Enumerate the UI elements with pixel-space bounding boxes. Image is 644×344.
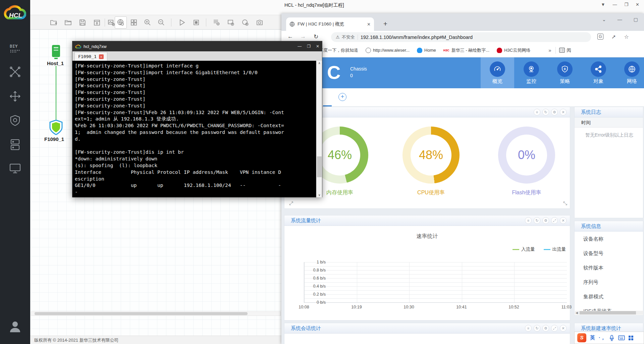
forward-icon[interactable]: → [300,33,306,40]
panel-resize-handle[interactable]: ⤢ [289,200,293,206]
share-icon[interactable]: ➚ [611,34,616,40]
add-widget-icon[interactable]: + [338,93,346,101]
hcl-rollup-icon[interactable]: ▼ [601,2,605,7]
ime-toolbox-icon[interactable] [629,336,633,340]
console-titlebar[interactable]: hcl_ndq7xw — ❐ ✕ [72,41,322,51]
reload-icon[interactable]: ↻ [314,33,318,40]
console-tab-f1090[interactable]: F1090_1 ✕ [74,52,107,61]
device-label-host: Host_1 [47,60,64,66]
save-icon[interactable] [78,18,87,27]
link-host-firewall[interactable] [56,66,56,122]
bookmark-baidu[interactable]: 百度一下，你就知道 [319,47,358,53]
diy-device-icon[interactable]: DIY [0,43,30,54]
legend-out-traffic[interactable]: 出流量 [544,246,566,252]
scroll-down-arrow-icon[interactable]: ∨ [316,193,322,197]
ime-punctuation-toggle[interactable]: ·， [599,335,605,341]
sysinfo-scroll-thumb[interactable] [580,311,636,314]
console-close-button[interactable]: ✕ [316,44,319,49]
zoom-out-icon[interactable] [157,18,165,27]
grid-view-icon[interactable] [130,18,138,27]
device-firewall[interactable] [49,119,63,137]
sogou-logo-icon[interactable]: S [577,333,586,342]
nav-monitor[interactable]: 监控 [515,57,548,88]
add-connection-icon[interactable] [241,18,249,27]
back-icon[interactable]: ← [287,33,293,40]
bookmark-star-icon[interactable]: ☆ [624,34,629,40]
nav-objects[interactable]: 对象 [582,57,615,88]
browser-minimize-button[interactable]: — [618,17,622,22]
widget-settings-icon[interactable]: ⚙ [542,217,549,224]
user-icon[interactable] [0,321,30,334]
widget-refresh-icon[interactable]: ↻ [542,109,549,115]
widget-close-icon[interactable]: ✕ [560,325,567,332]
console-minimize-button[interactable]: — [298,44,302,49]
panel-resize-handle[interactable]: ⤡ [563,200,567,206]
widget-settings-icon[interactable]: ⚙ [551,109,558,115]
console-scroll-thumb[interactable] [317,156,322,177]
translate-icon[interactable]: G [597,34,603,40]
bookmarks-overflow-chevrons[interactable]: » [548,47,551,53]
tab-close-icon[interactable]: ✕ [367,22,371,27]
console-restore-button[interactable]: ❐ [307,44,311,49]
import-image-icon[interactable] [107,18,115,27]
device-list-icon[interactable] [212,18,220,27]
widget-list-icon[interactable]: ≡ [525,325,532,332]
console-output[interactable]: [FW-security-zone-Trust]import interface… [72,61,316,197]
browser-menu-chevron-icon[interactable]: ⌄ [602,17,606,22]
bookmark-h3c[interactable]: H3C新华三 - 融绘数字... [443,47,489,53]
start-devices-icon[interactable] [178,18,186,27]
stop-devices-icon[interactable] [192,18,200,27]
router-category-icon[interactable] [0,66,30,79]
open-project-icon[interactable] [64,18,72,27]
new-project-icon[interactable] [50,18,58,27]
hcl-statusbar: 版权所有 © 2014-2021 新华三技术有限公司 [30,336,281,344]
new-tab-button[interactable]: + [381,19,390,29]
security-category-icon[interactable] [0,115,30,128]
hscroll-thumb[interactable] [35,312,248,315]
browser-tab[interactable]: FW | H3C F1060 | 概览 ✕ [286,17,374,31]
canvas-hscrollbar[interactable] [31,311,281,316]
widget-expand-icon[interactable]: ⤢ [551,325,558,332]
sysinfo-hscrollbar[interactable]: ◀ [575,311,643,315]
keyboard-icon[interactable] [618,335,625,340]
bookmark-aleser[interactable]: http://www.aleser... [366,48,410,53]
chassis-selector[interactable]: Chassis 0 [350,65,367,79]
terminal-category-icon[interactable] [0,163,30,175]
ime-language-toggle[interactable]: 英 [590,335,595,341]
reading-list-icon[interactable]: 阅 [559,47,571,53]
widget-close-icon[interactable]: ✕ [560,217,567,224]
url-text[interactable]: 192.168.1.100/wnm/frame/index.php#M_Dash… [361,35,473,40]
hcl-close-button[interactable]: ✕ [636,2,639,7]
security-label[interactable]: 不安全 [342,34,355,40]
widget-refresh-icon[interactable]: ↻ [534,217,540,224]
snapshot-icon[interactable] [256,18,264,27]
hcl-minimize-button[interactable]: — [612,2,617,7]
scroll-left-arrow-icon[interactable]: ◀ [576,311,578,315]
legend-in-traffic[interactable]: 入流量 [513,246,535,252]
nav-overview[interactable]: 概览 [481,57,514,88]
zoom-in-icon[interactable] [144,18,152,27]
add-device-icon[interactable] [227,18,235,27]
console-scrollbar[interactable]: ∧ ∨ [316,61,322,197]
console-tab-close-icon[interactable]: ✕ [99,54,104,59]
server-category-icon[interactable] [0,139,30,152]
scroll-up-arrow-icon[interactable]: ∧ [316,61,322,65]
widget-settings-icon[interactable]: ⚙ [542,325,549,332]
device-host[interactable] [50,44,62,61]
bookmark-cloudnet[interactable]: H3C云简网络 [497,47,530,53]
widget-refresh-icon[interactable]: ↻ [534,325,540,332]
bookmark-home[interactable]: Home [417,48,436,53]
nav-network[interactable]: 网络 [615,57,644,88]
microphone-icon[interactable] [609,335,614,341]
hcl-restore-button[interactable]: ❐ [624,2,628,7]
browser-maximize-button[interactable]: ▢ [634,17,638,22]
nav-policy[interactable]: 策略 [548,57,582,88]
address-bar[interactable]: ⚠不安全 192.168.1.100/wnm/frame/index.php#M… [331,32,591,42]
widget-list-icon[interactable]: ≡ [525,217,532,224]
switch-category-icon[interactable] [0,91,30,103]
widget-expand-icon[interactable]: ⤢ [551,217,558,224]
export-icon[interactable] [93,18,101,27]
widget-list-icon[interactable]: ≡ [534,109,540,115]
widget-close-icon[interactable]: ✕ [560,109,567,115]
topology-mode-icon[interactable] [115,16,127,29]
